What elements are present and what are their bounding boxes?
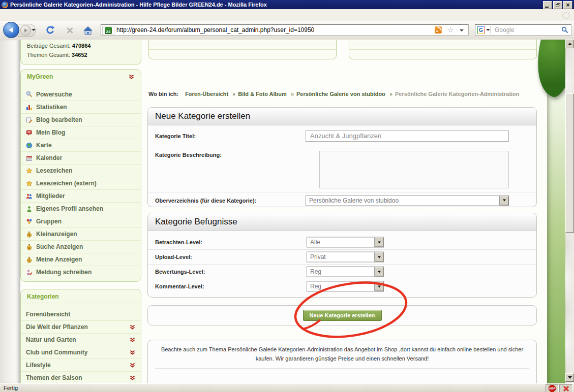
restore-button[interactable] — [553, 1, 562, 9]
breadcrumb-link[interactable]: Foren-Übersicht — [185, 91, 228, 97]
dropdown-arrow-icon[interactable] — [374, 238, 383, 247]
dropdown-arrow-icon[interactable] — [499, 195, 508, 205]
menubar — [0, 9, 574, 21]
permission-label: Bewertungs-Level: — [155, 269, 205, 275]
bookmark-star-icon[interactable]: ☆ — [447, 25, 454, 35]
category-nav-item[interactable]: Themen der Saison — [21, 371, 141, 383]
quicklink[interactable] — [349, 44, 536, 49]
category-nav-item[interactable]: Die Welt der Pflanzen — [21, 320, 141, 333]
sidebar-item[interactable]: Lesezeichen (extern) — [21, 177, 141, 189]
category-nav-item[interactable]: Forenübersicht — [21, 308, 141, 320]
breadcrumb-link[interactable]: Bild & Foto Album — [238, 91, 287, 97]
statusbar: Fertig ABP — [0, 383, 574, 392]
permission-select[interactable]: Reg — [307, 281, 384, 292]
quicklink[interactable] — [149, 49, 336, 55]
sidebar-item[interactable]: Powersuche — [21, 88, 141, 101]
sidebar-item[interactable]: Mitglieder — [21, 189, 141, 202]
adblock-plus-cell[interactable]: ABP — [546, 384, 559, 392]
chevron-double-down-icon — [129, 363, 136, 368]
search-magnifier-icon[interactable] — [561, 26, 568, 36]
url-dropdown-caret-icon[interactable] — [460, 29, 464, 31]
category-nav-item[interactable]: Club und Community — [21, 346, 141, 358]
create-category-button[interactable]: Neue Kategorie erstellen — [303, 310, 382, 321]
refresh-button[interactable] — [45, 25, 56, 36]
search-engine-selector[interactable]: G — [476, 26, 491, 34]
sidebar-item[interactable]: Blog bearbeiten — [21, 113, 141, 126]
chevron-double-down-icon — [129, 350, 136, 355]
breadcrumb-current: Persönliche Galerie Kategorien-Administr… — [395, 91, 520, 97]
mygreen-header[interactable]: MyGreen — [21, 70, 141, 83]
search-input[interactable]: Google — [495, 25, 515, 35]
category-nav-item[interactable]: Natur und Garten — [21, 333, 141, 346]
sidebar-item[interactable]: Meldung schreiben — [21, 266, 141, 278]
forum-stats-box: Beiträge Gesamt: 470864 Themen Gesamt: 3… — [20, 40, 141, 65]
back-button[interactable] — [3, 22, 19, 38]
sidebar-item[interactable]: Suche Anzeigen — [21, 240, 141, 253]
url-text[interactable]: http://green-24.de/forum/album_personal_… — [116, 25, 314, 35]
search-bar[interactable]: G Google — [475, 24, 571, 36]
quicklinks-messages-box — [349, 40, 537, 59]
search-engine-caret-icon[interactable] — [486, 29, 490, 31]
divider — [155, 368, 529, 369]
category-title-label: Kategorie Titel: — [155, 133, 196, 139]
scrollbar-thumb[interactable] — [565, 93, 574, 233]
sidebar-item[interactable]: Kleinanzeigen — [21, 227, 141, 240]
star-icon — [26, 168, 33, 174]
forward-button[interactable] — [20, 25, 31, 36]
red-x-icon[interactable] — [563, 385, 569, 392]
permission-select[interactable]: Privat — [307, 252, 384, 263]
quicklink[interactable] — [149, 40, 336, 44]
back-history-caret-icon[interactable] — [32, 29, 36, 31]
permission-select[interactable]: Alle — [307, 237, 384, 248]
permission-row: Betrachten-Level: Alle — [148, 235, 536, 249]
quicklink[interactable] — [349, 40, 536, 44]
google-logo-icon: G — [477, 26, 485, 34]
firefox-icon — [2, 2, 8, 8]
moneybag-icon — [26, 231, 33, 238]
close-button[interactable]: × — [563, 1, 572, 9]
mygreen-box: MyGreen Powersuche Statistiken Blog be — [20, 69, 141, 282]
breadcrumb-link[interactable]: Persönliche Galerie von stubidoo — [296, 91, 385, 97]
parent-directory-label: Oberverzeichnis (für diese Kategorie): — [155, 198, 256, 204]
chart-icon — [26, 104, 33, 111]
url-bar[interactable]: 24 http://green-24.de/forum/album_person… — [101, 24, 469, 36]
star-icon — [26, 180, 33, 187]
sidebar-item[interactable]: Karte — [21, 139, 141, 151]
moneybag-icon — [26, 256, 33, 263]
scroll-up-button[interactable] — [565, 40, 574, 48]
sidebar-item[interactable]: Eigenes Profil ansehen — [21, 202, 141, 215]
quicklink[interactable] — [349, 49, 536, 55]
groups-icon — [26, 218, 33, 225]
sidebar-item[interactable]: Meine Anzeigen — [21, 253, 141, 266]
scroll-down-button[interactable] — [565, 373, 574, 382]
rss-feed-icon[interactable] — [435, 26, 442, 34]
sidebar-item[interactable]: Kalender — [21, 151, 141, 164]
shop-note-panel: Beachte auch zum Thema Persönliche Galer… — [147, 340, 537, 383]
dropdown-arrow-icon[interactable] — [374, 267, 383, 277]
sidebar-item[interactable]: Statistiken — [21, 101, 141, 113]
vertical-scrollbar[interactable] — [565, 40, 574, 383]
adblock-plus-icon[interactable]: ABP — [549, 385, 556, 392]
chevron-double-down-icon — [129, 337, 136, 342]
page-left-gutter — [0, 40, 20, 383]
stop-button[interactable] — [64, 25, 75, 36]
minimize-button[interactable] — [543, 1, 552, 9]
category-nav-item[interactable]: Lifestyle — [21, 358, 141, 371]
category-description-textarea[interactable] — [319, 151, 509, 188]
category-title-input[interactable]: Anzucht & Jungpflanzen — [306, 130, 509, 142]
home-button[interactable] — [82, 25, 94, 36]
permission-select[interactable]: Reg — [307, 267, 384, 277]
permission-label: Kommentar-Level: — [155, 283, 204, 289]
quicklink[interactable] — [149, 44, 336, 49]
category-description-label: Kategorie Beschreibung: — [155, 152, 222, 158]
calendar-icon — [26, 155, 33, 161]
permission-label: Upload-Level: — [155, 254, 192, 260]
sidebar-item[interactable]: Lesezeichen — [21, 164, 141, 177]
element-hider-cell[interactable] — [559, 384, 572, 392]
sidebar-item[interactable]: Gruppen — [21, 215, 141, 227]
parent-directory-select[interactable]: Persönliche Galerie von stubidoo — [306, 195, 509, 206]
dropdown-arrow-icon[interactable] — [374, 252, 383, 262]
breadcrumb: Wo bin ich: Foren-Übersicht »Bild & Foto… — [148, 91, 537, 97]
sidebar-item[interactable]: Mein Blog — [21, 126, 141, 139]
dropdown-arrow-icon[interactable] — [374, 282, 383, 291]
